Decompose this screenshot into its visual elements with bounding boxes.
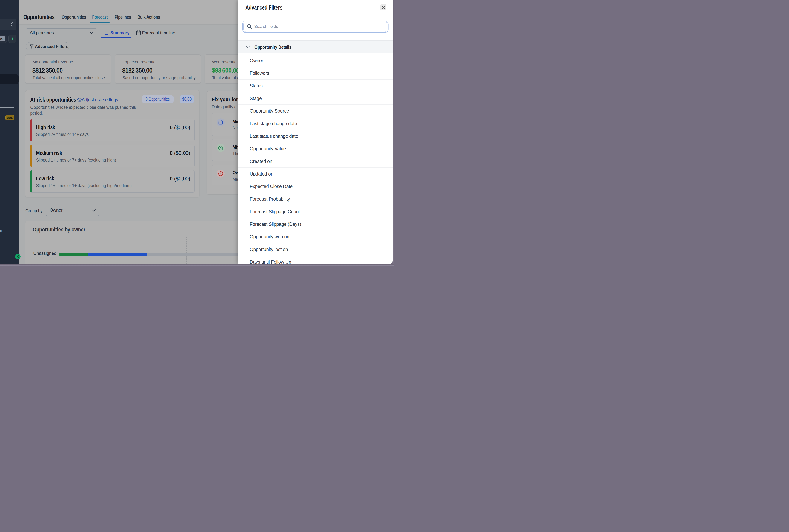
svg-text:$: $	[220, 146, 221, 150]
